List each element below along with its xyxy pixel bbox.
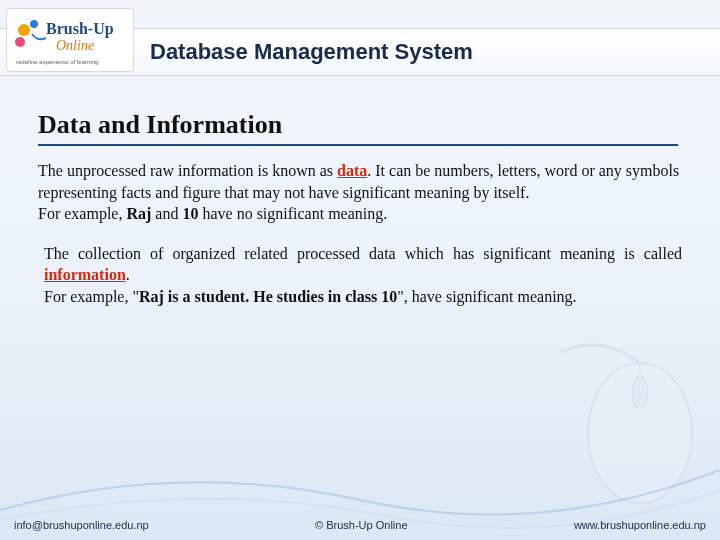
logo-icon: Brush-Up Online redefine experience of l… bbox=[10, 12, 130, 68]
content-area: Data and Information The unprocessed raw… bbox=[38, 110, 682, 326]
text: have no significant meaning. bbox=[198, 205, 387, 222]
text: For example, " bbox=[44, 288, 139, 305]
keyword-data: data bbox=[337, 162, 367, 179]
mouse-decoration-icon bbox=[540, 338, 710, 508]
section-heading: Data and Information bbox=[38, 110, 678, 146]
footer-email: info@brushuponline.edu.np bbox=[14, 519, 149, 531]
svg-text:Online: Online bbox=[56, 38, 94, 53]
footer-copyright: © Brush-Up Online bbox=[315, 519, 407, 531]
text: and bbox=[151, 205, 182, 222]
text: The collection of organized related proc… bbox=[44, 245, 682, 262]
svg-point-1 bbox=[30, 20, 38, 28]
brand-logo: Brush-Up Online redefine experience of l… bbox=[6, 8, 134, 72]
slide: Brush-Up Online redefine experience of l… bbox=[0, 0, 720, 540]
keyword-information: information bbox=[44, 266, 126, 283]
text: ", have significant meaning. bbox=[397, 288, 576, 305]
example-bold: 10 bbox=[182, 205, 198, 222]
svg-point-8 bbox=[632, 377, 648, 409]
footer-website: www.brushuponline.edu.np bbox=[574, 519, 706, 531]
example-bold: Raj bbox=[126, 205, 151, 222]
example-bold: Raj is a student. He studies in class 10 bbox=[139, 288, 397, 305]
svg-point-6 bbox=[588, 363, 692, 503]
slide-title: Database Management System bbox=[150, 39, 473, 65]
text: . bbox=[126, 266, 130, 283]
svg-text:redefine experience of learnin: redefine experience of learning bbox=[16, 59, 98, 65]
text: The unprocessed raw information is known… bbox=[38, 162, 337, 179]
text: For example, bbox=[38, 205, 126, 222]
svg-text:Brush-Up: Brush-Up bbox=[46, 20, 114, 38]
svg-point-2 bbox=[15, 37, 25, 47]
footer: info@brushuponline.edu.np © Brush-Up Onl… bbox=[0, 510, 720, 540]
paragraph-information: The collection of organized related proc… bbox=[38, 243, 682, 308]
paragraph-data: The unprocessed raw information is known… bbox=[38, 160, 682, 225]
svg-point-0 bbox=[18, 24, 30, 36]
